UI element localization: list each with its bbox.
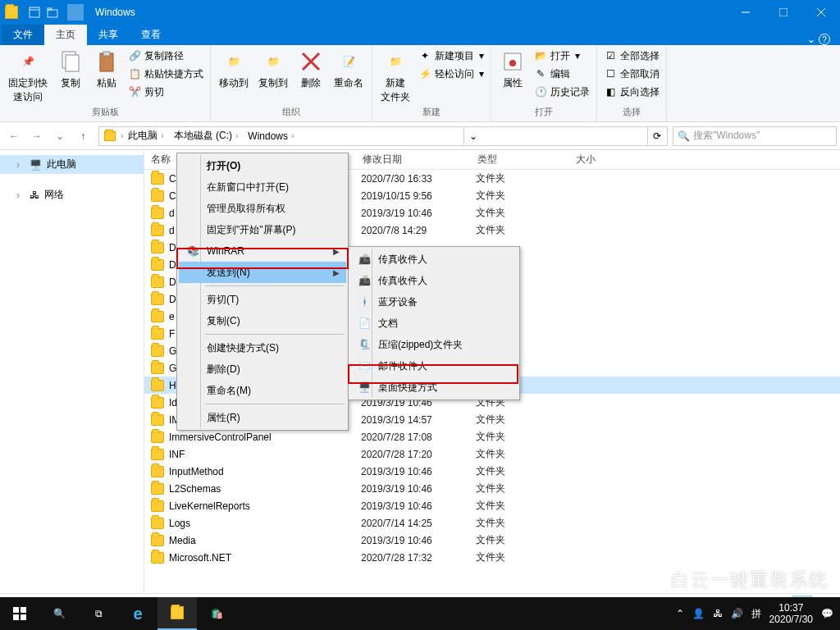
- addr-dropdown[interactable]: ⌄: [463, 127, 483, 145]
- tab-share[interactable]: 共享: [87, 25, 130, 45]
- sendto-fax1[interactable]: 📠传真收件人: [350, 249, 518, 270]
- back-button[interactable]: ←: [3, 126, 25, 147]
- search-taskbar-button[interactable]: 🔍: [39, 597, 79, 630]
- table-row[interactable]: Microsoft.NET2020/7/28 17:32文件夹: [144, 549, 840, 566]
- table-row[interactable]: LiveKernelReports2019/3/19 10:46文件夹: [144, 497, 840, 514]
- ribbon-tabs: 文件 主页 共享 查看 ⌄?: [0, 25, 840, 45]
- close-button[interactable]: [802, 0, 840, 25]
- copy-button[interactable]: 复制: [52, 47, 89, 92]
- sendto-bluetooth[interactable]: ᚼ蓝牙设备: [350, 291, 518, 313]
- tray-ime-icon[interactable]: 拼: [751, 607, 761, 621]
- ctx-open-new-window[interactable]: 在新窗口中打开(E): [179, 176, 346, 198]
- properties-button[interactable]: 属性: [495, 47, 531, 92]
- side-this-pc[interactable]: ›🖥️此电脑: [0, 155, 144, 174]
- store-button[interactable]: 🛍️: [197, 597, 236, 630]
- breadcrumb-local-disk[interactable]: 本地磁盘 (C:)›: [169, 127, 244, 145]
- move-to-button[interactable]: 📁移动到: [214, 47, 253, 92]
- ctx-open[interactable]: 打开(O): [179, 155, 346, 176]
- up-button[interactable]: ↑: [72, 126, 94, 147]
- address-bar[interactable]: › 此电脑› 本地磁盘 (C:)› Windows› ⌄ ⟳: [98, 126, 668, 146]
- open-button[interactable]: 📂打开▾: [531, 47, 593, 65]
- minimize-button[interactable]: [727, 0, 765, 25]
- invert-selection-button[interactable]: ◧反向选择: [600, 83, 663, 101]
- breadcrumb-windows[interactable]: Windows›: [243, 127, 299, 145]
- file-name: Media: [169, 535, 361, 546]
- titlebar: Windows: [0, 0, 840, 25]
- sendto-documents[interactable]: 📄文档: [350, 313, 518, 334]
- folder-icon: [151, 500, 164, 512]
- tab-home[interactable]: 主页: [44, 25, 87, 45]
- table-row[interactable]: Logs2020/7/14 14:25文件夹: [144, 514, 840, 532]
- tab-view[interactable]: 查看: [130, 25, 172, 45]
- table-row[interactable]: ImmersiveControlPanel2020/7/28 17:08文件夹: [144, 428, 840, 445]
- sendto-fax2[interactable]: 📠传真收件人: [350, 270, 518, 291]
- edit-button[interactable]: ✎编辑: [531, 65, 593, 83]
- paste-button[interactable]: 粘贴: [89, 47, 125, 92]
- ctx-pin-start[interactable]: 固定到"开始"屏幕(P): [179, 219, 346, 240]
- select-all-button[interactable]: ☑全部选择: [600, 47, 663, 65]
- forward-button[interactable]: →: [26, 126, 48, 147]
- svg-rect-11: [103, 52, 110, 56]
- ribbon: 📌固定到快 速访问 复制 粘贴 🔗复制路径 📋粘贴快捷方式 ✂️剪切 剪贴板 📁…: [0, 45, 840, 122]
- pin-quick-access-button[interactable]: 📌固定到快 速访问: [3, 47, 52, 106]
- ctx-rename[interactable]: 重命名(M): [179, 380, 346, 401]
- recent-button[interactable]: ⌄: [49, 126, 71, 147]
- easy-access-button[interactable]: ⚡轻松访问▾: [415, 65, 487, 83]
- svg-rect-3: [48, 8, 52, 10]
- select-none-button[interactable]: ☐全部取消: [600, 65, 663, 83]
- copy-to-button[interactable]: 📁复制到: [253, 47, 293, 92]
- new-folder-button[interactable]: 📁新建 文件夹: [376, 47, 415, 106]
- folder-icon: [151, 208, 164, 219]
- search-box[interactable]: 🔍 搜索"Windows": [673, 126, 837, 146]
- col-type[interactable]: 类型: [471, 150, 569, 169]
- edge-button[interactable]: e: [118, 597, 158, 630]
- folder-icon: [151, 552, 164, 564]
- history-button[interactable]: 🕐历史记录: [531, 83, 593, 101]
- copy-path-icon: 🔗: [128, 49, 141, 62]
- maximize-button[interactable]: [765, 0, 802, 25]
- tray-up-icon[interactable]: ⌃: [676, 608, 684, 619]
- ctx-delete[interactable]: 删除(D): [179, 358, 346, 380]
- ribbon-help[interactable]: ⌄?: [799, 34, 838, 45]
- paste-shortcut-button[interactable]: 📋粘贴快捷方式: [125, 65, 207, 83]
- folder-icon: [151, 380, 164, 391]
- start-button[interactable]: [0, 597, 39, 630]
- task-view-button[interactable]: ⧉: [79, 597, 118, 630]
- col-size[interactable]: 大小: [569, 150, 635, 169]
- ctx-cut[interactable]: 剪切(T): [179, 289, 346, 310]
- sendto-zip[interactable]: 🗜️压缩(zipped)文件夹: [350, 334, 518, 355]
- action-center-icon[interactable]: 💬: [821, 608, 833, 619]
- tray-network-icon[interactable]: 🖧: [713, 608, 723, 619]
- copy-path-button[interactable]: 🔗复制路径: [125, 47, 207, 65]
- sendto-desktop-shortcut[interactable]: 🖥️桌面快捷方式: [350, 377, 518, 398]
- tray-people-icon[interactable]: 👤: [692, 608, 705, 619]
- svg-rect-24: [21, 607, 26, 613]
- cut-button[interactable]: ✂️剪切: [125, 83, 207, 101]
- table-row[interactable]: INF2020/7/28 17:20文件夹: [144, 445, 840, 463]
- ctx-copy[interactable]: 复制(C): [179, 310, 346, 331]
- sendto-mail[interactable]: ✉️邮件收件人: [350, 355, 518, 377]
- qat-new-folder-icon[interactable]: [44, 4, 61, 21]
- folder-icon: [151, 242, 164, 253]
- col-date[interactable]: 修改日期: [356, 150, 471, 169]
- breadcrumb-this-pc[interactable]: 此电脑›: [123, 127, 168, 145]
- table-row[interactable]: Media2019/3/19 10:46文件夹: [144, 532, 840, 549]
- ctx-create-shortcut[interactable]: 创建快捷方式(S): [179, 337, 346, 358]
- new-item-button[interactable]: ✦新建项目▾: [415, 47, 487, 65]
- ctx-take-ownership[interactable]: 管理员取得所有权: [179, 198, 346, 219]
- taskbar-clock[interactable]: 10:37 2020/7/30: [769, 602, 813, 625]
- side-network[interactable]: ›🖧网络: [0, 185, 144, 204]
- tab-file[interactable]: 文件: [2, 25, 44, 45]
- explorer-taskbar-button[interactable]: [158, 597, 197, 630]
- ctx-properties[interactable]: 属性(R): [179, 407, 346, 428]
- table-row[interactable]: InputMethod2019/3/19 10:46文件夹: [144, 463, 840, 480]
- rename-button[interactable]: 📝重命名: [329, 47, 368, 92]
- refresh-button[interactable]: ⟳: [647, 127, 667, 145]
- delete-button[interactable]: 删除: [293, 47, 329, 92]
- ctx-send-to[interactable]: 发送到(N)▶: [179, 262, 346, 283]
- table-row[interactable]: L2Schemas2019/3/19 10:46文件夹: [144, 480, 840, 497]
- ctx-winrar[interactable]: 📚WinRAR▶: [179, 240, 346, 262]
- tray-volume-icon[interactable]: 🔊: [731, 608, 743, 619]
- send-to-submenu: 📠传真收件人 📠传真收件人 ᚼ蓝牙设备 📄文档 🗜️压缩(zipped)文件夹 …: [348, 246, 520, 400]
- qat-properties-icon[interactable]: [26, 4, 43, 21]
